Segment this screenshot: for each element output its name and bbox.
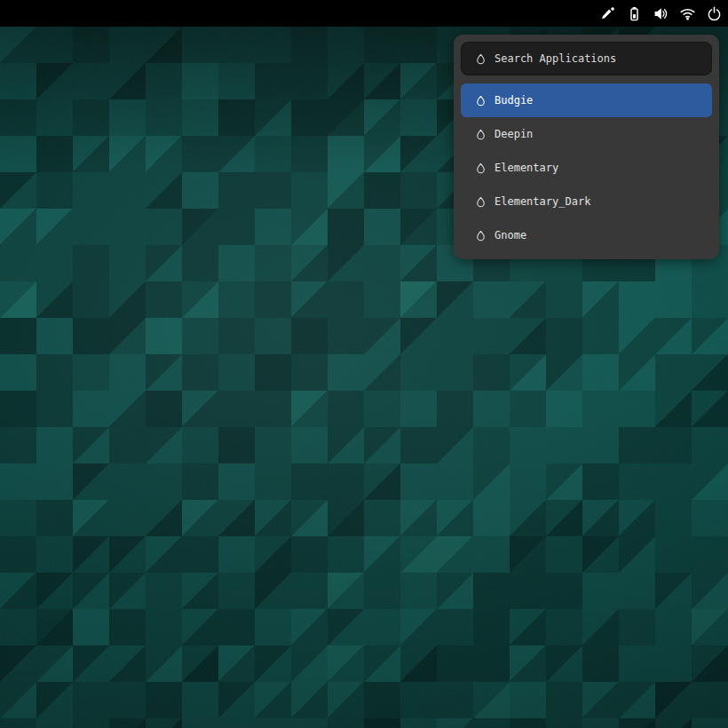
- desktop: Search Applications BudgieDeepinElementa…: [0, 0, 728, 728]
- search-placeholder: Search Applications: [495, 52, 616, 65]
- launcher-item-elementary[interactable]: Elementary: [461, 151, 712, 185]
- droplet-icon: [475, 162, 487, 175]
- droplet-icon: [475, 52, 487, 66]
- wifi-icon[interactable]: [680, 6, 695, 21]
- droplet-icon: [475, 94, 487, 107]
- launcher-item-label: Budgie: [495, 94, 533, 107]
- launcher-item-label: Deepin: [495, 128, 533, 140]
- droplet-icon: [475, 195, 487, 209]
- launcher-item-label: Gnome: [495, 229, 526, 241]
- power-icon[interactable]: [707, 6, 722, 21]
- launcher-item-gnome[interactable]: Gnome: [461, 218, 712, 252]
- battery-icon[interactable]: [627, 6, 642, 21]
- search-input[interactable]: Search Applications: [461, 42, 712, 75]
- top-bar: [0, 0, 728, 27]
- launcher-item-budgie[interactable]: Budgie: [461, 83, 712, 117]
- app-launcher-panel: Search Applications BudgieDeepinElementa…: [454, 35, 719, 259]
- launcher-item-label: Elementary_Dark: [495, 195, 590, 208]
- droplet-icon: [475, 128, 487, 141]
- system-tray: [600, 6, 722, 21]
- edit-pencil-icon[interactable]: [600, 6, 615, 21]
- launcher-item-list: BudgieDeepinElementaryElementary_DarkGno…: [461, 83, 712, 252]
- launcher-item-deepin[interactable]: Deepin: [461, 117, 712, 151]
- volume-icon[interactable]: [653, 6, 669, 21]
- launcher-item-label: Elementary: [495, 162, 558, 174]
- droplet-icon: [475, 229, 487, 242]
- launcher-item-elementary-dark[interactable]: Elementary_Dark: [461, 185, 712, 218]
